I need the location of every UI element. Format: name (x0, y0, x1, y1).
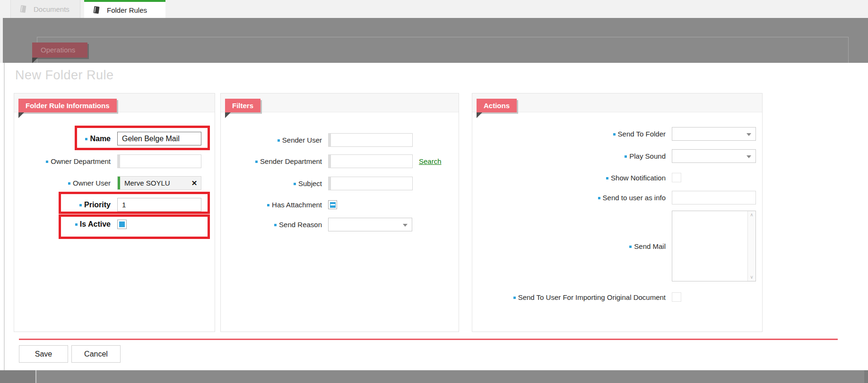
field-row-owner-user: Owner User Merve SOYLU ✕ (14, 176, 201, 190)
owner-user-chip: Merve SOYLU ✕ (117, 176, 201, 190)
bottom-status-bar (0, 370, 868, 383)
field-bullet-icon (68, 182, 70, 185)
field-bullet-icon (625, 155, 627, 158)
field-bullet-icon (598, 197, 600, 199)
bottom-bar-right-segment (864, 370, 868, 383)
checkbox-checked-mark (119, 221, 125, 227)
field-bullet-icon (75, 223, 78, 226)
field-bullet-icon (274, 224, 277, 226)
tab-documents-label: Documents (34, 5, 69, 13)
cancel-button[interactable]: Cancel (71, 345, 121, 363)
sender-department-input[interactable] (328, 154, 413, 168)
field-bullet-icon (606, 177, 608, 179)
field-bullet-icon (513, 297, 516, 299)
field-bullet-icon (79, 204, 82, 206)
panel-filters: Filters Sender User Sender Department Se… (220, 93, 459, 332)
send-reason-label: Send Reason (221, 221, 328, 229)
panel-title-badge: Folder Rule Informations (18, 99, 117, 112)
field-bullet-icon (85, 138, 87, 140)
field-row-send-to-user-as-info: Send to user as info (472, 191, 756, 204)
send-mail-textarea[interactable]: ∧ ∨ (672, 211, 756, 281)
field-bullet-icon (46, 161, 48, 163)
app-window: Documents Folder Rules Operations New Fo… (0, 0, 868, 383)
field-bullet-icon (278, 139, 280, 142)
field-row-send-mail: Send Mail ∧ ∨ (472, 211, 756, 281)
name-label: Name (14, 135, 117, 143)
panel-badge-pointer (225, 112, 231, 118)
panel-title-badge: Filters (225, 99, 260, 112)
send-to-folder-label: Send To Folder (472, 130, 672, 138)
is-active-label: Is Active (14, 220, 117, 229)
left-border-line (4, 63, 5, 370)
scroll-up-icon[interactable]: ∧ (750, 213, 753, 217)
clear-icon[interactable]: ✕ (188, 177, 201, 189)
field-row-is-active: Is Active (14, 219, 127, 229)
send-to-user-importing-checkbox[interactable] (672, 292, 681, 302)
page-title: New Folder Rule (15, 68, 114, 83)
owner-department-input[interactable] (117, 154, 201, 168)
background-panel-outline (37, 37, 849, 63)
field-bullet-icon (267, 204, 269, 206)
subject-label: Subject (221, 179, 328, 187)
bottom-bar-left-segment (0, 370, 36, 383)
checkbox-indeterminate-mark (330, 202, 336, 208)
owner-user-label: Owner User (14, 179, 117, 187)
show-notification-checkbox[interactable] (672, 173, 681, 182)
subject-input[interactable] (328, 177, 413, 190)
field-bullet-icon (255, 161, 258, 163)
send-reason-dropdown[interactable] (328, 218, 412, 231)
field-bullet-icon (629, 246, 632, 248)
scroll-down-icon[interactable]: ∨ (750, 275, 753, 280)
book-icon (18, 4, 28, 14)
show-notification-label: Show Notification (472, 174, 672, 182)
owner-department-label: Owner Department (14, 157, 117, 165)
search-link[interactable]: Search (419, 157, 442, 165)
operations-tab[interactable]: Operations (32, 43, 87, 58)
tab-documents[interactable]: Documents (10, 0, 80, 18)
tab-strip: Documents Folder Rules (0, 0, 868, 18)
field-row-send-to-user-importing: Send To User For Importing Original Docu… (472, 292, 681, 302)
send-mail-text (672, 211, 747, 281)
field-row-name: Name (14, 132, 201, 145)
field-bullet-icon (294, 183, 296, 185)
field-row-sender-user: Sender User (221, 133, 413, 147)
play-sound-label: Play Sound (472, 152, 672, 160)
field-row-play-sound: Play Sound (472, 149, 756, 163)
send-to-user-as-info-input[interactable] (672, 191, 756, 204)
sender-user-input[interactable] (328, 133, 413, 147)
chevron-down-icon (746, 155, 751, 158)
panel-badge-pointer (477, 112, 482, 118)
send-mail-label: Send Mail (472, 242, 672, 250)
panel-folder-rule-informations: Folder Rule Informations Name Owner Depa… (14, 93, 215, 332)
tab-folder-rules-label: Folder Rules (107, 6, 147, 14)
name-input[interactable] (117, 132, 201, 145)
sender-department-label: Sender Department (221, 157, 328, 165)
field-row-send-to-folder: Send To Folder (472, 127, 756, 141)
chevron-down-icon (403, 224, 408, 227)
play-sound-dropdown[interactable] (672, 149, 756, 163)
tab-folder-rules[interactable]: Folder Rules (84, 0, 165, 18)
scrollbar[interactable]: ∧ ∨ (747, 211, 755, 281)
field-row-priority: Priority (14, 198, 201, 212)
send-to-user-as-info-label: Send to user as info (472, 194, 672, 202)
red-separator-line (19, 339, 838, 340)
field-row-owner-department: Owner Department (14, 154, 201, 168)
field-row-send-reason: Send Reason (221, 218, 412, 231)
field-row-subject: Subject (221, 177, 413, 190)
chevron-down-icon (746, 133, 751, 136)
send-to-user-importing-label: Send To User For Importing Original Docu… (472, 293, 672, 301)
has-attachment-label: Has Attachment (221, 201, 328, 209)
field-row-has-attachment: Has Attachment (221, 200, 337, 209)
book-icon (92, 5, 101, 15)
has-attachment-checkbox[interactable] (328, 200, 337, 209)
send-to-folder-dropdown[interactable] (672, 127, 756, 141)
panel-actions: Actions Send To Folder Play Sound Show N… (472, 93, 763, 332)
priority-input[interactable] (117, 198, 201, 212)
is-active-checkbox[interactable] (117, 220, 127, 229)
sender-user-label: Sender User (221, 136, 328, 144)
field-row-show-notification: Show Notification (472, 173, 681, 182)
field-row-sender-department: Sender Department Search (221, 154, 442, 168)
panel-badge-pointer (18, 112, 24, 118)
owner-user-value: Merve SOYLU (120, 177, 188, 189)
save-button[interactable]: Save (19, 345, 68, 363)
